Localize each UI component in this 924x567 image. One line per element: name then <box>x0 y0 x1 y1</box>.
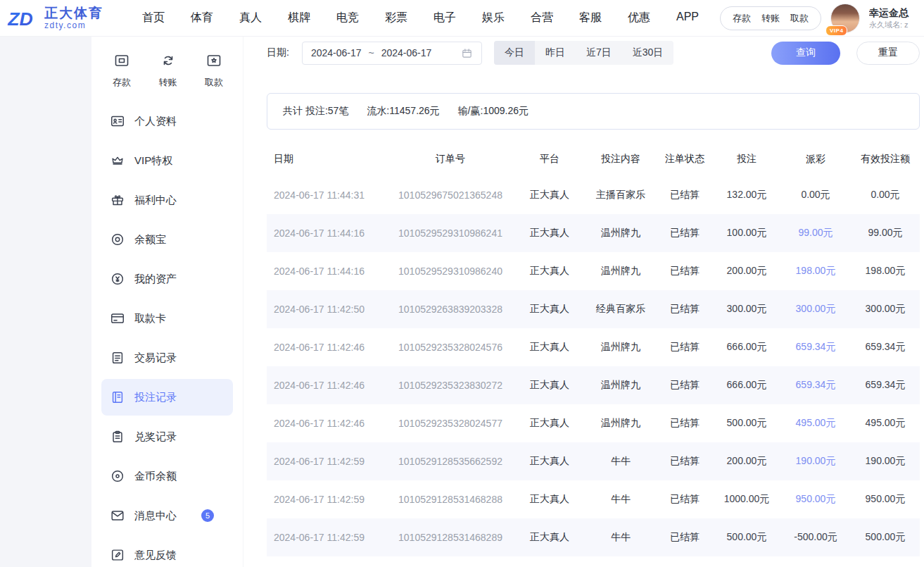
coin-icon <box>110 468 125 484</box>
nav-item-entertainment[interactable]: 娱乐 <box>482 11 505 25</box>
cell-platform: 正大真人 <box>514 303 585 316</box>
cell-content: 温州牌九 <box>585 227 657 239</box>
nav-item-chess[interactable]: 棋牌 <box>288 11 310 25</box>
bank-card-icon <box>110 311 125 326</box>
sidebar-item-assets[interactable]: 我的资产 <box>101 261 233 297</box>
deposit-icon <box>113 52 130 71</box>
main-nav: 首页体育真人棋牌电竞彩票电子娱乐合营客服优惠APP <box>142 11 699 25</box>
edit-square-icon <box>110 547 125 563</box>
filter-row: 日期: 2024-06-17 ~ 2024-06-17 今日昨日近7日近30日 … <box>267 41 920 65</box>
nav-item-partnership[interactable]: 合营 <box>531 11 553 25</box>
vip-badge: VIP4 <box>825 25 847 36</box>
nav-item-promo[interactable]: 优惠 <box>628 11 650 25</box>
sidebar-item-transactions[interactable]: 交易记录 <box>101 339 233 376</box>
sidebar-item-withdraw-card[interactable]: 取款卡 <box>101 300 233 337</box>
cell-payout: 198.00元 <box>780 265 851 278</box>
range-today-button[interactable]: 今日 <box>494 41 535 65</box>
summary-card: 共计 投注:57笔 流水:11457.26元 输/赢:1009.26元 <box>267 93 920 130</box>
cell-content: 牛牛 <box>585 531 657 544</box>
query-button[interactable]: 查询 <box>771 42 840 65</box>
brand-mark-icon: ZD <box>7 5 39 32</box>
cell-bet: 132.00元 <box>713 189 780 201</box>
wallet-pill: 存款转账取款 <box>720 6 821 30</box>
range-yesterday-button[interactable]: 昨日 <box>535 41 576 65</box>
quick-action-deposit[interactable]: 存款 <box>113 52 131 89</box>
wallet-transfer-link[interactable]: 转账 <box>761 12 780 25</box>
col-header-status: 注单状态 <box>657 153 713 166</box>
cell-valid: 659.34元 <box>851 379 920 392</box>
date-filter-label: 日期: <box>267 46 289 59</box>
nav-item-home[interactable]: 首页 <box>142 11 165 25</box>
sidebar-item-feedback[interactable]: 意见反馈 <box>101 537 233 567</box>
cell-status: 已结算 <box>657 379 713 392</box>
sidebar-item-yuebao[interactable]: 余额宝 <box>101 221 233 258</box>
cell-date: 2024-06-17 11:42:46 <box>267 418 386 429</box>
cell-payout: -500.00元 <box>780 531 851 544</box>
reset-button[interactable]: 重置 <box>856 42 920 65</box>
cell-content: 温州牌九 <box>585 341 657 354</box>
cell-order: 1010529675021365248 <box>386 189 514 201</box>
user-permanent-domain: 永久域名: z <box>869 20 916 30</box>
quick-action-transfer[interactable]: 转账 <box>159 52 177 89</box>
sidebar-item-label: 余额宝 <box>134 233 166 247</box>
col-header-payout: 派彩 <box>780 153 851 166</box>
topbar: ZD 正大体育 zdty.com 首页体育真人棋牌电竞彩票电子娱乐合营客服优惠A… <box>0 0 924 37</box>
rings-icon <box>110 232 125 247</box>
nav-item-app[interactable]: APP <box>676 11 699 25</box>
cell-platform: 正大真人 <box>514 455 585 468</box>
col-header-content: 投注内容 <box>585 153 657 166</box>
sidebar-item-message-center[interactable]: 消息中心5 <box>101 497 233 534</box>
cell-order: 1010529529310986241 <box>386 228 514 239</box>
cell-date: 2024-06-17 11:42:46 <box>267 380 386 391</box>
cell-content: 牛牛 <box>585 493 657 506</box>
wallet-deposit-link[interactable]: 存款 <box>733 12 751 25</box>
cell-order: 1010529529310986240 <box>386 266 514 277</box>
sidebar-item-label: 消息中心 <box>134 509 177 523</box>
nav-item-slots[interactable]: 电子 <box>433 11 456 25</box>
summary-total-bets: 共计 投注:57笔 <box>283 105 348 118</box>
brand-domain: zdty.com <box>44 21 103 31</box>
table-row: 2024-06-17 11:42:591010529128531468289正大… <box>267 518 920 556</box>
cell-valid: 99.00元 <box>851 227 920 239</box>
sidebar-item-bet-records[interactable]: 投注记录 <box>101 379 233 416</box>
avatar-wrap: VIP4 <box>830 4 860 33</box>
sidebar-item-redeem-records[interactable]: 兑奖记录 <box>101 418 233 455</box>
cell-payout: 659.34元 <box>780 379 851 392</box>
cell-platform: 正大真人 <box>514 341 585 354</box>
date-range-input[interactable]: 2024-06-17 ~ 2024-06-17 <box>302 42 482 65</box>
cell-order: 1010529263839203328 <box>386 304 514 315</box>
sidebar-item-gold-balance[interactable]: 金币余额 <box>101 458 233 494</box>
nav-item-live[interactable]: 真人 <box>239 11 262 25</box>
cell-date: 2024-06-17 11:42:59 <box>267 532 386 543</box>
nav-item-esports[interactable]: 电竞 <box>336 11 359 25</box>
cell-valid: 300.00元 <box>851 303 920 316</box>
quick-action-withdraw[interactable]: 取款 <box>205 52 223 89</box>
range-last7-button[interactable]: 近7日 <box>576 41 622 65</box>
nav-item-sports[interactable]: 体育 <box>191 11 213 25</box>
sidebar-item-welfare[interactable]: 福利中心 <box>101 182 233 218</box>
wallet-withdraw-link[interactable]: 取款 <box>790 12 809 25</box>
cell-date: 2024-06-17 11:44:16 <box>267 228 386 239</box>
sidebar-item-label: 兑奖记录 <box>134 430 177 444</box>
range-last30-button[interactable]: 近30日 <box>622 41 674 65</box>
calendar-icon[interactable] <box>461 47 473 59</box>
cell-content: 牛牛 <box>585 455 657 468</box>
nav-item-lottery[interactable]: 彩票 <box>385 11 407 25</box>
cell-date: 2024-06-17 11:42:59 <box>267 494 386 505</box>
cell-valid: 495.00元 <box>851 417 920 430</box>
cell-bet: 200.00元 <box>713 455 780 468</box>
cell-status: 已结算 <box>657 455 713 468</box>
brand-logo[interactable]: ZD 正大体育 zdty.com <box>7 5 124 32</box>
cell-payout: 950.00元 <box>780 493 851 506</box>
date-range-presets: 今日昨日近7日近30日 <box>494 41 673 65</box>
cell-content: 经典百家乐 <box>585 303 657 316</box>
sidebar-item-label: 投注记录 <box>134 391 177 404</box>
nav-item-service[interactable]: 客服 <box>579 11 602 25</box>
gift-icon <box>110 192 125 208</box>
cell-bet: 500.00元 <box>713 417 780 430</box>
sidebar-item-profile[interactable]: 个人资料 <box>101 103 233 139</box>
sidebar-item-vip[interactable]: VIP特权 <box>101 142 233 179</box>
clipboard-icon <box>110 429 125 444</box>
cell-payout: 300.00元 <box>780 303 851 316</box>
cell-platform: 正大真人 <box>514 189 585 201</box>
